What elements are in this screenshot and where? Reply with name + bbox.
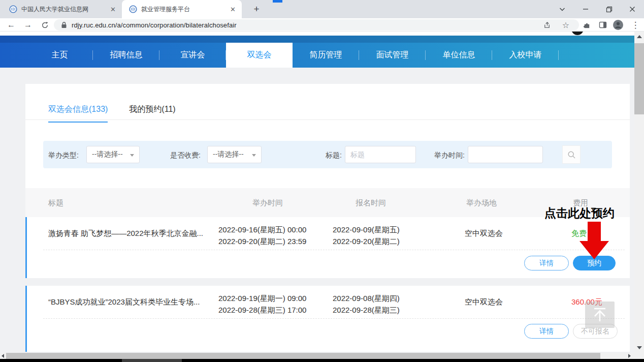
dropdown-caret-icon xyxy=(252,154,256,157)
new-tab-icon[interactable]: + xyxy=(250,3,263,16)
table-row: “BJBYS成功就业”2023届文科类毕业生专场... 2022-09-19(星… xyxy=(25,286,630,352)
scrollbar-corner xyxy=(634,353,644,359)
time-filter-input[interactable] xyxy=(468,146,543,163)
time-filter-label: 举办时间: xyxy=(434,151,465,160)
top-blue-strip xyxy=(273,0,282,3)
venue: 空中双选会 xyxy=(465,296,503,308)
red-arrow-icon xyxy=(579,222,609,259)
nav-top-shade xyxy=(0,36,634,43)
header-hold-time: 举办时间 xyxy=(252,198,283,208)
tab-title: 中国人民大学就业信息网 xyxy=(21,5,110,14)
header-signup-time: 报名时间 xyxy=(356,198,386,208)
site-nav-bar: 主页 招聘信息 宣讲会 双选会 简历管理 面试管理 单位信息 入校申请 xyxy=(0,36,634,68)
annotation-text: 点击此处预约 xyxy=(544,205,615,221)
nav-item-job-fair[interactable]: 双选会 xyxy=(226,43,293,68)
hold-time: 2022-09-19(星期一) 09:00 2022-09-28(星期三) 17… xyxy=(218,292,306,316)
nav-item-interview[interactable]: 面试管理 xyxy=(359,43,426,68)
page-viewport: 主页 招聘信息 宣讲会 双选会 简历管理 面试管理 单位信息 入校申请 双选会信… xyxy=(0,32,634,353)
taskbar-edge xyxy=(0,359,644,362)
side-panel-icon[interactable] xyxy=(597,20,608,30)
tab-title: 就业管理服务平台 xyxy=(141,5,230,14)
header-title: 标题 xyxy=(48,198,63,208)
horizontal-scrollbar-thumb[interactable] xyxy=(6,353,600,359)
row-divider xyxy=(43,250,625,250)
detail-button[interactable]: 详情 xyxy=(524,324,569,339)
row-divider xyxy=(43,318,625,319)
profile-icon[interactable] xyxy=(613,20,624,30)
fee-filter-value: --请选择-- xyxy=(213,150,244,159)
detail-button[interactable]: 详情 xyxy=(524,256,569,270)
close-icon[interactable]: ✕ xyxy=(230,6,236,13)
close-icon[interactable]: ✕ xyxy=(110,6,116,13)
type-filter-label: 举办类型: xyxy=(48,151,79,160)
type-filter-value: --请选择-- xyxy=(92,150,123,159)
browser-tab-strip: 中国人民大学就业信息网 ✕ 就业管理服务平台 ✕ + xyxy=(0,0,644,18)
dropdown-caret-icon xyxy=(130,154,134,157)
browser-url-bar: ← → rdjy.ruc.edu.cn/a/common/corporation… xyxy=(0,18,644,32)
window-controls xyxy=(551,0,644,18)
nav-items: 主页 招聘信息 宣讲会 双选会 简历管理 面试管理 单位信息 入校申请 xyxy=(26,43,559,68)
filter-bar: 举办类型: --请选择-- 是否收费: --请选择-- 标题: 举办时间: xyxy=(43,141,612,168)
forward-icon[interactable]: → xyxy=(23,20,33,30)
scroll-left-arrow-icon[interactable] xyxy=(2,354,4,358)
vertical-scrollbar[interactable] xyxy=(634,32,644,353)
title-filter-label: 标题: xyxy=(326,151,342,160)
url-text: rdjy.ruc.edu.cn/a/common/corporation/bil… xyxy=(72,21,237,29)
table-header: 标题 举办时间 报名时间 举办场地 费用 xyxy=(25,188,630,217)
lock-icon xyxy=(61,21,67,28)
vertical-scrollbar-thumb[interactable] xyxy=(634,43,644,114)
search-icon xyxy=(567,150,576,159)
page-top-strip xyxy=(0,32,634,36)
ruc-favicon xyxy=(9,5,17,13)
horizontal-scrollbar[interactable] xyxy=(0,353,634,359)
window-close-icon[interactable] xyxy=(621,0,644,18)
extension-icon[interactable] xyxy=(581,20,592,30)
ruc-favicon xyxy=(129,5,137,13)
nav-item-resume[interactable]: 简历管理 xyxy=(293,43,359,68)
nav-item-recruit-info[interactable]: 招聘信息 xyxy=(93,43,159,68)
fee-filter-select[interactable]: --请选择-- xyxy=(207,146,262,163)
table-row: 激扬青春 助飞梦想——2022年秋季北京金融... 2022-09-16(星期五… xyxy=(25,217,630,278)
header-venue: 举办场地 xyxy=(466,198,497,208)
fair-title[interactable]: “BJBYS成功就业”2023届文科类毕业生专场... xyxy=(48,296,218,308)
taskbar-edge-segment xyxy=(122,359,182,362)
nav-item-home[interactable]: 主页 xyxy=(26,43,93,68)
menu-dots-icon[interactable]: ⋮ xyxy=(630,20,641,30)
reload-icon[interactable] xyxy=(40,20,50,30)
restore-icon[interactable] xyxy=(597,0,621,18)
back-icon[interactable]: ← xyxy=(6,20,16,30)
signup-time: 2022-09-08(星期四) 2022-09-28(星期三) xyxy=(333,292,400,316)
type-filter-select[interactable]: --请选择-- xyxy=(86,146,140,163)
back-to-top-button[interactable] xyxy=(585,301,615,328)
back-to-top-icon xyxy=(591,307,608,323)
nav-item-info-session[interactable]: 宣讲会 xyxy=(159,43,226,68)
star-icon[interactable]: ☆ xyxy=(560,20,571,30)
scroll-up-arrow-icon[interactable] xyxy=(637,35,642,38)
fair-title[interactable]: 激扬青春 助飞梦想——2022年秋季北京金融... xyxy=(48,227,218,239)
search-button[interactable] xyxy=(562,145,581,164)
title-filter-input[interactable] xyxy=(345,146,416,163)
chevron-down-icon[interactable] xyxy=(551,0,574,18)
hold-time: 2022-09-16(星期五) 00:00 2022-09-20(星期二) 23… xyxy=(218,224,306,247)
tabs-divider xyxy=(25,119,630,120)
scroll-down-arrow-icon[interactable] xyxy=(637,346,642,349)
content-panel: 双选会信息(133) 我的预约(11) 举办类型: --请选择-- 是否收费: … xyxy=(25,84,630,188)
nav-item-campus-entry[interactable]: 入校申请 xyxy=(492,43,559,68)
minimize-icon[interactable] xyxy=(574,0,597,18)
browser-tab-2[interactable]: 就业管理服务平台 ✕ xyxy=(122,0,242,18)
signup-time: 2022-09-09(星期五) 2022-09-20(星期二) xyxy=(333,224,400,247)
nav-item-company-info[interactable]: 单位信息 xyxy=(426,43,492,68)
venue: 空中双选会 xyxy=(465,227,503,239)
browser-tab-1[interactable]: 中国人民大学就业信息网 ✕ xyxy=(0,0,122,18)
share-icon[interactable] xyxy=(541,20,553,30)
scroll-right-arrow-icon[interactable] xyxy=(628,354,631,358)
fee-filter-label: 是否收费: xyxy=(170,151,201,160)
url-omnibox[interactable]: rdjy.ruc.edu.cn/a/common/corporation/bil… xyxy=(54,19,579,31)
